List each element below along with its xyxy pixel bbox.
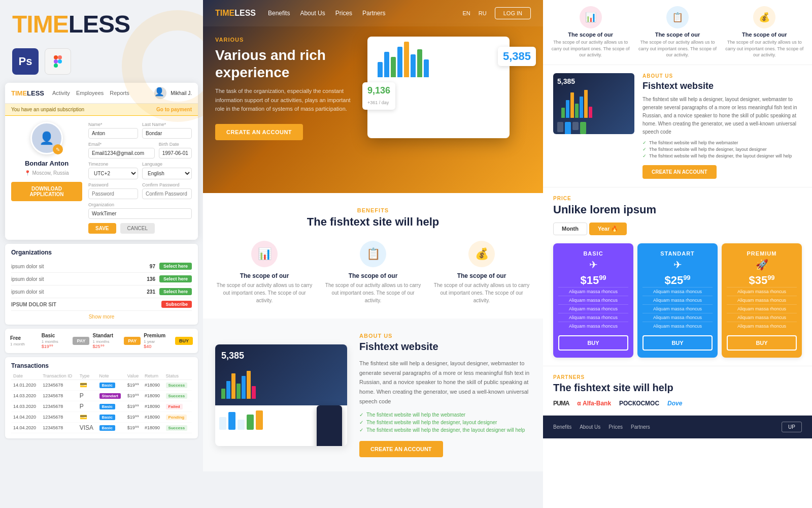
right-about-cta-button[interactable]: CREATE AN ACCOUNT bbox=[642, 165, 717, 179]
nav-partners[interactable]: Partners bbox=[362, 10, 385, 17]
card-premium-price: $3599 bbox=[727, 274, 797, 287]
lang-en[interactable]: EN bbox=[463, 10, 470, 16]
card-premium-icon: 🚀 bbox=[727, 259, 797, 271]
birth-input[interactable] bbox=[159, 148, 192, 158]
card-basic-price: $1599 bbox=[558, 274, 628, 287]
right-about-desc: The fishtext site will help a designer, … bbox=[642, 96, 802, 136]
rb-desc-1: The scope of our activity allows us to c… bbox=[551, 39, 630, 58]
hero-nav: TIMELESS Benefits About Us Prices Partne… bbox=[203, 0, 543, 26]
premium-feature-1: Aliquam massa rhoncus bbox=[727, 287, 797, 296]
avatar-edit-btn[interactable]: ✎ bbox=[53, 144, 63, 154]
birth-label: Birth Date bbox=[159, 142, 192, 147]
photoshop-icon[interactable]: Ps bbox=[12, 48, 39, 75]
language-select[interactable]: English bbox=[142, 168, 192, 179]
table-row: 14.04.2020 12345678 VISA Basic $19⁹⁹ #18… bbox=[11, 423, 192, 433]
org-row-2: ipsum dolor sit 136 Select here bbox=[11, 273, 192, 285]
col-return: Return bbox=[143, 372, 164, 380]
go-to-payment-link[interactable]: Go to payment bbox=[156, 107, 192, 112]
about-stat: 5,385 bbox=[221, 351, 341, 361]
transactions-title: Transactions bbox=[11, 362, 192, 369]
profile-avatar-wrap: 👤 ✎ bbox=[30, 122, 63, 154]
hero-logo: TIMELESS bbox=[215, 9, 256, 18]
right-about-screenshot: 5,385 bbox=[553, 73, 634, 134]
svg-rect-1 bbox=[58, 55, 62, 59]
benefit-2-title: The scope of our bbox=[324, 272, 422, 279]
col-value: Value bbox=[125, 372, 143, 380]
buy-premium-btn[interactable]: BUY bbox=[175, 337, 193, 345]
col-type: Type bbox=[78, 372, 97, 380]
toggle-year[interactable]: Year 🔥 bbox=[589, 223, 627, 235]
last-name-input[interactable] bbox=[142, 128, 192, 139]
standart-feature-2: Aliquam massa rhoncus bbox=[642, 296, 713, 304]
card-basic-icon: ✈ bbox=[558, 259, 628, 271]
email-input[interactable] bbox=[88, 148, 155, 158]
org-subscribe-btn[interactable]: Subscribe bbox=[161, 301, 192, 308]
organizations-card: Organizations ipsum dolor sit 97 Select … bbox=[5, 244, 198, 325]
org-select-btn-3[interactable]: Select here bbox=[159, 288, 192, 295]
benefit-1-title: The scope of our bbox=[215, 272, 314, 279]
language-label: Language bbox=[142, 162, 192, 167]
svg-rect-0 bbox=[54, 55, 58, 59]
premium-feature-3: Aliquam massa rhoncus bbox=[727, 304, 797, 313]
app-nav-links: Activity Employees Reports bbox=[52, 90, 129, 96]
footer-partners[interactable]: Partners bbox=[631, 424, 650, 430]
col-note: Note bbox=[97, 372, 125, 380]
first-name-input[interactable] bbox=[88, 128, 138, 139]
hero-content: VARIOUS Various and rich experience The … bbox=[203, 26, 543, 140]
premium-feature-4: Aliquam massa rhoncus bbox=[727, 313, 797, 322]
tools-row: Ps bbox=[0, 43, 203, 83]
benefit-2: 📋 The scope of our The scope of our acti… bbox=[324, 241, 422, 304]
footer-up-button[interactable]: UP bbox=[782, 422, 802, 432]
app-username: Mikhail J. bbox=[171, 90, 192, 96]
login-button[interactable]: LOG IN bbox=[495, 7, 531, 19]
confirm-password-input[interactable] bbox=[142, 188, 192, 199]
basic-feature-5: Aliquam massa rhoncus bbox=[558, 322, 628, 330]
buy-standart-button[interactable]: BUY bbox=[642, 335, 713, 351]
footer-about[interactable]: About Us bbox=[580, 424, 600, 430]
nav-prices[interactable]: Prices bbox=[335, 10, 352, 17]
partner-roscosmos: РОСКОСМОС bbox=[619, 400, 659, 407]
benefit-3-desc: The scope of our activity allows us to c… bbox=[432, 281, 531, 304]
buy-basic-button[interactable]: BUY bbox=[558, 335, 628, 351]
download-app-button[interactable]: DOWNLOAD APPLICATION bbox=[11, 182, 82, 201]
app-logo: TIMELESS bbox=[11, 89, 44, 97]
show-more-link[interactable]: Show more bbox=[11, 311, 192, 320]
benefit-3: 💰 The scope of our The scope of our acti… bbox=[432, 241, 531, 304]
confirm-password-label: Confirm Password bbox=[142, 182, 192, 187]
lang-ru[interactable]: RU bbox=[479, 10, 487, 16]
about-text: ABOUT US Fishtext website The fishtext s… bbox=[359, 333, 531, 457]
pay-basic-btn[interactable]: PAY bbox=[73, 337, 89, 345]
nav-benefits[interactable]: Benefits bbox=[268, 10, 290, 17]
toggle-month[interactable]: Month bbox=[553, 223, 587, 235]
rb-title-3: The scope of our bbox=[725, 31, 804, 38]
organization-input[interactable] bbox=[88, 208, 192, 219]
timezone-select[interactable]: UTC+2 bbox=[88, 168, 138, 179]
org-select-btn-1[interactable]: Select here bbox=[159, 263, 192, 270]
org-row-1: ipsum dolor sit 97 Select here bbox=[11, 260, 192, 273]
save-button[interactable]: SAVE bbox=[88, 223, 116, 234]
unpaid-banner: You have an unpaid subscription Go to pa… bbox=[5, 104, 198, 116]
buy-premium-button[interactable]: BUY bbox=[727, 335, 797, 351]
password-label: Password bbox=[88, 182, 138, 187]
about-cta-button[interactable]: CREATE AN ACCOUNT bbox=[359, 441, 443, 457]
center-panel: TIMELESS Benefits About Us Prices Partne… bbox=[203, 0, 543, 508]
footer-benefits[interactable]: Benefits bbox=[553, 424, 571, 430]
profile-name: Bondar Anton bbox=[25, 160, 69, 167]
password-input[interactable] bbox=[88, 188, 138, 199]
left-panel: TIMELESS Ps TIMELESS Activity Emplo bbox=[0, 0, 203, 508]
table-row: 14.01.2020 12345678 💳 Basic $19⁹⁹ #18090… bbox=[11, 380, 192, 391]
footer-prices[interactable]: Prices bbox=[608, 424, 623, 430]
pay-standart-btn[interactable]: PAY bbox=[124, 337, 141, 345]
figma-icon[interactable] bbox=[45, 48, 71, 75]
standart-feature-4: Aliquam massa rhoncus bbox=[642, 313, 713, 322]
plan-free: Free 1 month bbox=[10, 335, 39, 346]
cancel-button[interactable]: CANCEL bbox=[120, 223, 155, 234]
hero-cta-button[interactable]: CREATE AN ACCOUNT bbox=[215, 124, 303, 140]
basic-feature-1: Aliquam massa rhoncus bbox=[558, 287, 628, 296]
rb-desc-2: The scope of our activity allows us to c… bbox=[638, 39, 717, 58]
partner-dove: Dove bbox=[667, 400, 682, 407]
benefits-label: BENEFITS bbox=[215, 207, 531, 213]
benefit-1: 📊 The scope of our The scope of our acti… bbox=[215, 241, 314, 304]
nav-about[interactable]: About Us bbox=[300, 10, 325, 17]
org-select-btn-2[interactable]: Select here bbox=[159, 275, 192, 282]
